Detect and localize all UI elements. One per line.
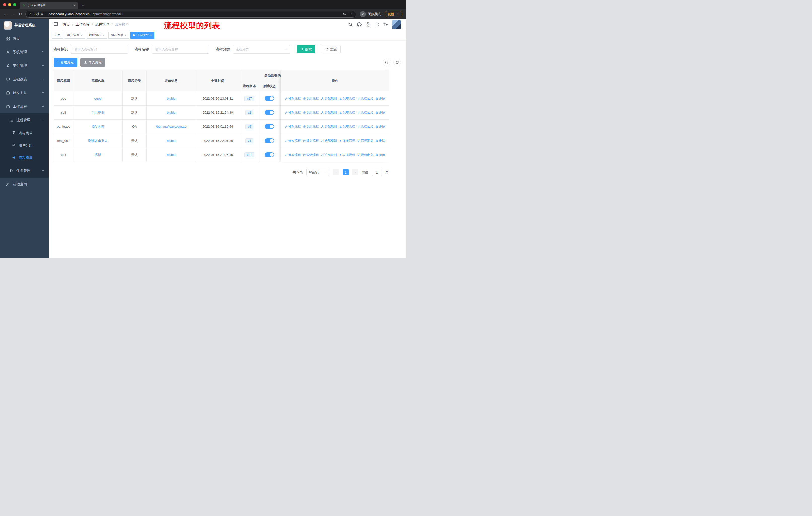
back-icon[interactable]: ← — [3, 12, 7, 17]
design-process-link[interactable]: 设计流程 — [303, 96, 319, 101]
tag-tenant[interactable]: 租户管理× — [65, 32, 85, 38]
publish-process-link[interactable]: 发布流程 — [339, 110, 355, 115]
version-badge[interactable]: v5 — [245, 124, 254, 129]
assign-rule-link[interactable]: 分配规则 — [321, 96, 337, 101]
tag-process-form[interactable]: 流程表单× — [109, 32, 129, 38]
process-name-link[interactable]: 测试多审批人 — [88, 139, 108, 143]
security-label[interactable]: 不安全 — [34, 12, 44, 17]
process-name-link[interactable]: 自己审批 — [91, 110, 105, 115]
breadcrumb-item[interactable]: 首页 — [63, 22, 70, 27]
close-icon[interactable]: × — [124, 33, 126, 37]
form-info-link[interactable]: biubiu — [167, 97, 176, 100]
modify-process-link[interactable]: 修改流程 — [285, 139, 300, 143]
delete-link[interactable]: 删除 — [375, 139, 385, 143]
process-name-input[interactable] — [152, 45, 209, 54]
sidebar-item-task-management[interactable]: 任务管理 — [0, 164, 49, 178]
active-toggle[interactable] — [265, 110, 274, 115]
reset-button[interactable]: 重置 — [322, 45, 341, 53]
bookmark-star-icon[interactable]: ☆ — [350, 12, 353, 17]
form-info-link[interactable]: biubiu — [167, 139, 176, 143]
refresh-icon[interactable] — [394, 59, 401, 66]
process-id-input[interactable] — [71, 45, 128, 54]
sidebar-item-workflow[interactable]: 工作流程 — [0, 100, 49, 113]
assign-rule-link[interactable]: 分配规则 — [321, 110, 337, 115]
modify-process-link[interactable]: 修改流程 — [285, 125, 300, 129]
delete-link[interactable]: 删除 — [375, 110, 385, 115]
version-badge[interactable]: v21 — [244, 153, 254, 158]
sidebar-item-devtools[interactable]: 研发工具 — [0, 86, 49, 100]
design-process-link[interactable]: 设计流程 — [303, 139, 319, 143]
breadcrumb-item[interactable]: 流程管理 — [95, 22, 109, 27]
publish-process-link[interactable]: 发布流程 — [339, 125, 355, 129]
next-page-button[interactable]: › — [352, 169, 358, 175]
process-definition-link[interactable]: 流程定义 — [357, 110, 373, 115]
sidebar-item-process-model[interactable]: 流程模型 — [0, 152, 49, 164]
hamburger-icon[interactable] — [54, 22, 58, 27]
tag-home[interactable]: 首页 — [52, 32, 63, 38]
browser-tab[interactable]: 芋道管理系统 × — [20, 1, 78, 9]
tab-close-icon[interactable]: × — [74, 3, 76, 7]
sidebar-item-user-group[interactable]: 用户分组 — [0, 139, 49, 152]
forward-icon[interactable]: → — [11, 12, 15, 17]
assign-rule-link[interactable]: 分配规则 — [321, 139, 337, 143]
github-icon[interactable] — [357, 22, 362, 27]
publish-process-link[interactable]: 发布流程 — [339, 153, 355, 157]
page-size-select[interactable]: 10条/页 ⌄ — [306, 169, 329, 176]
sidebar-item-system[interactable]: 系统管理 — [0, 45, 49, 59]
reload-icon[interactable]: ↻ — [19, 11, 22, 17]
assign-rule-link[interactable]: 分配规则 — [321, 153, 337, 157]
active-toggle[interactable] — [265, 96, 274, 101]
show-search-icon[interactable] — [383, 59, 390, 66]
assign-rule-link[interactable]: 分配规则 — [321, 125, 337, 129]
breadcrumb-item[interactable]: 工作流程 — [76, 22, 90, 27]
goto-page-input[interactable] — [372, 169, 382, 176]
publish-process-link[interactable]: 发布流程 — [339, 96, 355, 101]
active-toggle[interactable] — [265, 124, 274, 129]
process-definition-link[interactable]: 流程定义 — [357, 125, 373, 129]
delete-link[interactable]: 删除 — [375, 153, 385, 157]
active-toggle[interactable] — [265, 138, 274, 143]
user-avatar[interactable] — [392, 20, 401, 29]
search-button[interactable]: 搜索 — [297, 45, 315, 53]
modify-process-link[interactable]: 修改流程 — [285, 153, 300, 157]
minimize-window-button[interactable] — [8, 3, 11, 6]
process-definition-link[interactable]: 流程定义 — [357, 96, 373, 101]
form-info-link[interactable]: biubiu — [167, 111, 176, 114]
active-toggle[interactable] — [265, 153, 274, 157]
sidebar-item-home[interactable]: 首页 — [0, 32, 49, 45]
password-key-icon[interactable] — [342, 12, 346, 16]
search-icon[interactable] — [348, 22, 353, 27]
process-name-link[interactable]: OA 请假 — [92, 125, 104, 129]
form-info-link[interactable]: /bpm/oa/leave/create — [156, 125, 186, 129]
delete-link[interactable]: 删除 — [375, 125, 385, 129]
fullscreen-icon[interactable] — [374, 22, 379, 27]
font-size-icon[interactable] — [383, 22, 388, 27]
zoom-window-button[interactable] — [13, 3, 16, 6]
sidebar-item-payment[interactable]: ¥ 支付管理 — [0, 59, 49, 73]
version-badge[interactable]: v2 — [245, 110, 254, 115]
version-badge[interactable]: v17 — [244, 96, 254, 101]
process-name-link[interactable]: 滔博 — [95, 153, 101, 157]
design-process-link[interactable]: 设计流程 — [303, 125, 319, 129]
tag-process-model[interactable]: 流程模型× — [130, 32, 154, 38]
address-bar[interactable]: ⚠ 不安全 | dashboard.yudao.iocoder.cn/bpm/m… — [25, 10, 356, 18]
kebab-menu-icon[interactable]: ⋮ — [396, 12, 400, 16]
sidebar-item-infrastructure[interactable]: 基础设施 — [0, 73, 49, 86]
page-number-1[interactable]: 1 — [343, 169, 349, 175]
sidebar-item-process-form[interactable]: 流程表单 — [0, 127, 49, 139]
publish-process-link[interactable]: 发布流程 — [339, 139, 355, 143]
process-definition-link[interactable]: 流程定义 — [357, 153, 373, 157]
tag-my-process[interactable]: 我的流程× — [87, 32, 107, 38]
close-icon[interactable]: × — [81, 33, 83, 37]
process-category-select[interactable]: 流程分类 ⌄ — [233, 45, 290, 54]
close-icon[interactable]: × — [150, 33, 152, 37]
browser-update-button[interactable]: 更新 ⋮ — [385, 11, 403, 18]
help-icon[interactable]: ? — [366, 22, 370, 27]
prev-page-button[interactable]: ‹ — [333, 169, 339, 175]
version-badge[interactable]: v4 — [245, 138, 254, 143]
new-tab-button[interactable]: + — [82, 3, 84, 8]
sidebar-item-leave-query[interactable]: 请假查询 — [0, 178, 49, 191]
design-process-link[interactable]: 设计流程 — [303, 110, 319, 115]
close-icon[interactable]: × — [103, 33, 105, 37]
create-process-button[interactable]: + 新建流程 — [54, 58, 77, 66]
